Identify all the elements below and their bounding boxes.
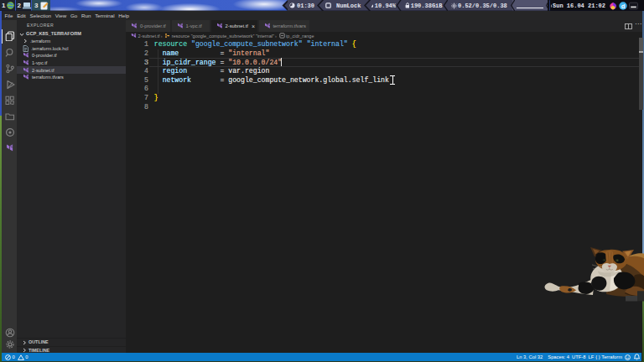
svg-text:d: d (621, 2, 626, 9)
